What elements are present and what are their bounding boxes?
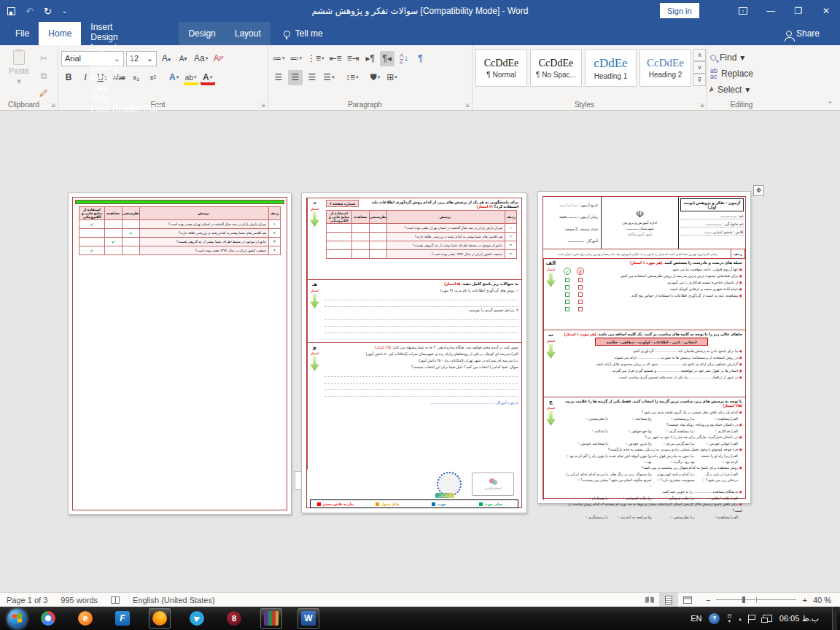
clear-formatting-button[interactable]: A◤: [211, 51, 226, 66]
mcq-options[interactable]: الف) جوانی خودش ○ب) سرگرمی مردم ○ج) غرور…: [561, 440, 742, 446]
zoom-slider[interactable]: [716, 599, 796, 600]
tab-file[interactable]: File: [6, 22, 39, 45]
ribbon-display-options-button[interactable]: ↑: [729, 0, 757, 22]
word-count[interactable]: 995 words: [54, 593, 104, 607]
show-hidden-icons[interactable]: ▴: [739, 616, 742, 621]
tab[interactable]: Review: [81, 73, 170, 83]
sort-icon[interactable]: AZ↓: [397, 51, 411, 66]
tray-overflow-icon[interactable]: ⊟▾: [727, 613, 731, 623]
help-tray-icon[interactable]: ?: [709, 613, 720, 624]
font-color-button[interactable]: A▾: [201, 70, 215, 85]
tab-context[interactable]: Layout: [225, 22, 271, 45]
justify-icon[interactable]: ☰▾: [322, 70, 336, 85]
line-spacing-icon[interactable]: ↕≡▾: [344, 70, 360, 85]
tab[interactable]: Help: [81, 93, 170, 104]
qat-customize-icon[interactable]: ⌄: [62, 7, 68, 15]
taskbar-app-icon[interactable]: [186, 608, 208, 629]
zoom-out-icon[interactable]: −: [706, 596, 710, 604]
language-indicator[interactable]: English (United States): [126, 593, 222, 607]
increase-indent-icon[interactable]: ≡⇥: [346, 51, 361, 66]
taskbar-app-icon[interactable]: [149, 608, 171, 629]
taskbar-app-icon[interactable]: [37, 608, 59, 629]
network-icon[interactable]: [763, 615, 772, 622]
rating-checkbox[interactable]: [479, 502, 483, 506]
bullets-icon[interactable]: ≔▾: [271, 51, 287, 66]
taskbar-app-icon[interactable]: F: [112, 608, 133, 629]
decrease-indent-icon[interactable]: ⇤≡: [328, 51, 343, 66]
taskbar-app-icon[interactable]: W: [298, 608, 319, 629]
taskbar-app-icon[interactable]: [260, 608, 282, 629]
highlight-color-button[interactable]: ab▾: [184, 70, 198, 85]
borders-icon[interactable]: ⊞▾: [385, 70, 400, 85]
style-card[interactable]: CcDdEe ¶ No Spac...: [530, 49, 582, 87]
paragraph-dialog-launcher[interactable]: ⇲: [464, 102, 470, 109]
tab[interactable]: View: [81, 83, 170, 93]
style-card[interactable]: CcDdEe Heading 2: [639, 49, 691, 87]
tell-me[interactable]: Tell me: [284, 22, 323, 45]
tab-context[interactable]: Design: [179, 22, 225, 45]
rating-checkbox[interactable]: [432, 502, 435, 506]
exam-page-2[interactable]: شماره صفحه ۲ برای پاسخگویی به هر یک از پ…: [301, 192, 527, 513]
show-desktop-button[interactable]: [832, 607, 837, 630]
mcq-options[interactable]: الف) چرا در پاییز برگ درختان زرد می شود؟…: [561, 471, 742, 489]
tab[interactable]: Layout: [81, 42, 170, 52]
cut-icon[interactable]: ✂: [36, 50, 51, 66]
replace-button[interactable]: abacReplace: [710, 66, 783, 81]
tab[interactable]: Mailings: [81, 63, 170, 73]
mcq-options[interactable]: الف) زیرا راه او را خسته کرده بود ○ب) چو…: [561, 453, 742, 464]
proofing-status[interactable]: [104, 593, 126, 607]
collapse-ribbon-icon[interactable]: ⌃: [827, 101, 833, 108]
sign-in-button[interactable]: Sign in: [660, 3, 699, 18]
answer-key-page[interactable]: ردیف پرسش نظرسنجی مشاهده استفاده از مناب…: [68, 192, 292, 515]
clock[interactable]: ب.ظ 06:05: [779, 614, 819, 623]
print-layout-button[interactable]: [659, 593, 678, 607]
table-move-handle[interactable]: ✥: [753, 185, 764, 196]
start-button[interactable]: [7, 609, 27, 629]
close-button[interactable]: ✕: [812, 0, 840, 22]
align-center-icon[interactable]: ☰: [288, 70, 303, 85]
numbering-icon[interactable]: ≕▾: [289, 51, 304, 66]
format-painter-icon[interactable]: 🖉: [36, 85, 51, 101]
mcq-options[interactable]: الف) مشاهده ○ب) پرسشنامه ○ج) مصاحبه ○د) …: [561, 416, 742, 421]
tab[interactable]: Foxit Reader PDF: [81, 104, 170, 114]
copy-icon[interactable]: ⧉: [36, 68, 51, 83]
redo-icon[interactable]: ↻: [44, 6, 52, 17]
styles-dialog-launcher[interactable]: ⇲: [699, 102, 704, 109]
restore-button[interactable]: ❐: [785, 0, 812, 22]
rating-checkbox[interactable]: [317, 502, 321, 506]
multilevel-list-icon[interactable]: ⋮≡▾: [306, 51, 326, 66]
save-icon[interactable]: [7, 7, 15, 15]
exam-page-1[interactable]: آزمون : تفکر و پژوهش (نوبت اول) نام : ــ…: [537, 191, 751, 504]
tab[interactable]: Design: [81, 32, 170, 42]
align-right-icon[interactable]: ☰: [305, 70, 319, 85]
font-dialog-launcher[interactable]: ⇲: [260, 102, 265, 109]
zoom-in-icon[interactable]: +: [802, 596, 806, 604]
taskbar-app-icon[interactable]: e: [74, 608, 96, 629]
paste-button[interactable]: Paste▾: [3, 49, 35, 101]
select-button[interactable]: Select▾: [710, 82, 783, 97]
style-card[interactable]: cDdEe Heading 1: [585, 49, 637, 87]
rating-checkbox[interactable]: [376, 502, 379, 506]
change-case-button[interactable]: Aa▾: [192, 51, 209, 66]
ltr-direction-icon[interactable]: ▸¶: [363, 51, 378, 66]
web-layout-button[interactable]: [678, 593, 697, 607]
share-button[interactable]: Share: [786, 22, 820, 45]
style-card[interactable]: CcDdEe ¶ Normal: [475, 49, 527, 87]
language-tray[interactable]: EN: [691, 614, 701, 623]
align-left-icon[interactable]: ☰: [271, 70, 286, 85]
shading-icon[interactable]: ⛊▾: [368, 70, 383, 85]
zoom-level[interactable]: 40 %: [813, 596, 831, 604]
action-center-flag-icon[interactable]: [749, 615, 755, 620]
tab[interactable]: Insert: [81, 22, 170, 32]
tab-home[interactable]: Home: [39, 22, 81, 45]
undo-icon[interactable]: ↶: [26, 6, 34, 17]
bold-button[interactable]: B: [61, 70, 76, 85]
page-indicator[interactable]: Page 1 of 3: [0, 593, 54, 607]
mcq-options[interactable]: الف) نکات اخلاقی ○ب) نکات فرهنگی ○ج) نکا…: [561, 495, 742, 501]
rtl-direction-icon[interactable]: ¶◂: [380, 51, 394, 66]
show-marks-icon[interactable]: ¶: [413, 51, 428, 66]
zoom-slider-thumb[interactable]: [742, 596, 745, 603]
read-mode-button[interactable]: [640, 593, 659, 607]
shrink-font-button[interactable]: A▾: [176, 51, 190, 66]
style-scroll-down-icon[interactable]: ∨: [693, 61, 706, 74]
